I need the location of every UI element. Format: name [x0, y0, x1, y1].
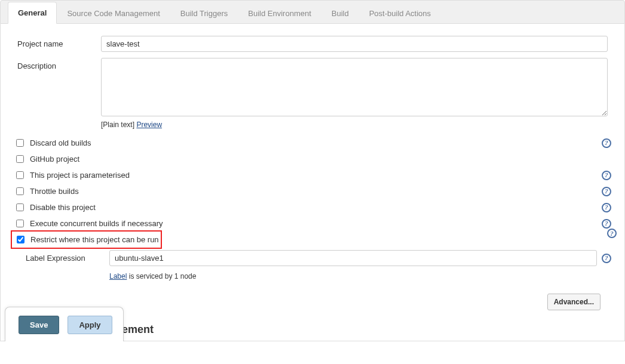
label-hint-text: is serviced by 1 node — [127, 272, 196, 280]
sticky-action-bar: Save Apply — [5, 307, 124, 341]
description-row: Description [Plain text] Preview — [9, 58, 616, 129]
github-project-checkbox[interactable] — [16, 155, 24, 163]
label-expression-hint: Label is serviced by 1 node — [9, 272, 616, 280]
discard-old-builds-checkbox[interactable] — [16, 139, 24, 147]
tab-triggers[interactable]: Build Triggers — [170, 2, 238, 24]
description-textarea[interactable] — [101, 58, 608, 116]
label-link[interactable]: Label — [109, 272, 127, 280]
help-icon[interactable]: ? — [602, 203, 611, 212]
option-disable-project: Disable this project ? — [9, 199, 616, 215]
project-name-label: Project name — [9, 36, 101, 48]
restrict-node-checkbox[interactable] — [17, 236, 24, 243]
description-label: Description — [9, 58, 101, 70]
advanced-button[interactable]: Advanced... — [547, 294, 601, 310]
plain-text-label: [Plain text] — [101, 121, 136, 129]
tab-build[interactable]: Build — [321, 2, 359, 24]
restrict-node-label: Restrict where this project can be run — [30, 235, 160, 244]
save-button[interactable]: Save — [19, 316, 59, 334]
label-expression-row: Label Expression ? — [9, 248, 616, 269]
discard-old-builds-label: Discard old builds — [30, 138, 615, 147]
label-expression-input[interactable] — [109, 250, 597, 266]
option-restrict-node: Restrict where this project can be run — [12, 232, 161, 248]
github-project-label: GitHub project — [30, 155, 615, 164]
concurrent-builds-checkbox[interactable] — [16, 220, 24, 227]
parameterised-checkbox[interactable] — [16, 171, 24, 179]
tab-general[interactable]: General — [8, 2, 57, 24]
throttle-builds-label: Throttle builds — [30, 187, 615, 196]
project-name-row: Project name — [9, 36, 616, 52]
concurrent-builds-label: Execute concurrent builds if necessary — [30, 219, 615, 228]
preview-link[interactable]: Preview — [136, 121, 162, 129]
option-concurrent-builds: Execute concurrent builds if necessary ? — [9, 215, 616, 232]
disable-project-label: Disable this project — [30, 203, 615, 212]
apply-button[interactable]: Apply — [68, 316, 112, 334]
general-panel: Project name Description [Plain text] Pr… — [0, 24, 625, 341]
tab-postbuild[interactable]: Post-build Actions — [359, 2, 441, 24]
option-throttle-builds: Throttle builds ? — [9, 183, 616, 199]
throttle-builds-checkbox[interactable] — [16, 187, 24, 195]
option-github-project: GitHub project — [9, 151, 616, 167]
project-name-input[interactable] — [101, 36, 608, 52]
restrict-help-holder: ? — [607, 229, 617, 238]
help-icon[interactable]: ? — [602, 171, 611, 180]
label-expression-label: Label Expression — [26, 254, 109, 263]
help-icon[interactable]: ? — [602, 138, 611, 148]
help-icon[interactable]: ? — [607, 229, 617, 238]
disable-project-checkbox[interactable] — [16, 203, 24, 211]
help-icon[interactable]: ? — [602, 219, 611, 229]
tab-environment[interactable]: Build Environment — [238, 2, 321, 24]
option-parameterised: This project is parameterised ? — [9, 167, 616, 183]
options-block: Discard old builds ? GitHub project This… — [9, 135, 616, 280]
help-icon[interactable]: ? — [602, 187, 611, 196]
tab-scm[interactable]: Source Code Management — [57, 2, 170, 24]
description-hint: [Plain text] Preview — [101, 121, 608, 129]
config-tabbar: General Source Code Management Build Tri… — [0, 0, 625, 24]
parameterised-label: This project is parameterised — [30, 171, 615, 180]
help-icon[interactable]: ? — [602, 254, 611, 263]
option-discard-old-builds: Discard old builds ? — [9, 135, 616, 151]
